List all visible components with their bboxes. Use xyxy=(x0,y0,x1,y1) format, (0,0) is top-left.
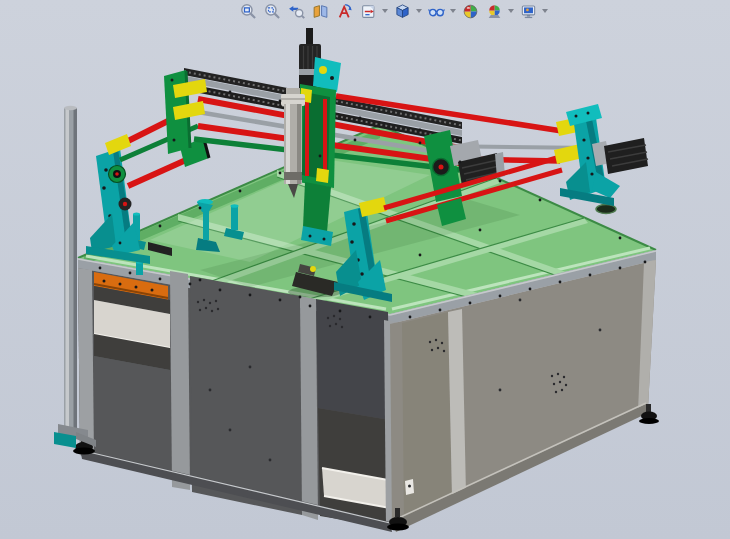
hide-show-items-dropdown-arrow[interactable] xyxy=(448,2,458,20)
chevron-down-icon xyxy=(382,9,388,13)
chevron-down-icon xyxy=(542,9,548,13)
chevron-down-icon xyxy=(450,9,456,13)
hide-show-items-icon xyxy=(428,3,445,20)
view-orientation-icon xyxy=(360,3,377,20)
table-hole xyxy=(596,205,616,214)
section-view-icon xyxy=(312,3,329,20)
drawer-knob xyxy=(136,262,143,275)
cad-viewport[interactable] xyxy=(0,0,730,539)
heads-up-view-toolbar xyxy=(236,1,550,21)
open-shelf-compartment xyxy=(94,286,170,370)
section-view-button[interactable] xyxy=(310,1,330,21)
view-settings-icon xyxy=(520,3,537,20)
view-orientation-dropdown-arrow[interactable] xyxy=(380,2,390,20)
zoom-to-area-icon xyxy=(264,3,281,20)
zoom-to-fit-button[interactable] xyxy=(238,1,258,21)
hide-show-items-button[interactable] xyxy=(426,1,446,21)
previous-view-icon xyxy=(288,3,305,20)
apply-scene-icon xyxy=(486,3,503,20)
spindle xyxy=(281,88,305,198)
z-top-bracket xyxy=(313,57,341,92)
display-style-button[interactable] xyxy=(392,1,412,21)
chevron-down-icon xyxy=(508,9,514,13)
previous-view-button[interactable] xyxy=(286,1,306,21)
view-orientation-button[interactable] xyxy=(358,1,378,21)
model-canvas[interactable] xyxy=(0,0,730,539)
display-style-dropdown-arrow[interactable] xyxy=(414,2,424,20)
display-style-icon xyxy=(394,3,411,20)
apply-scene-dropdown-arrow[interactable] xyxy=(506,2,516,20)
edit-appearance-button[interactable] xyxy=(460,1,480,21)
zoom-to-area-button[interactable] xyxy=(262,1,282,21)
dynamic-annotation-views-icon xyxy=(336,3,353,20)
y-axis-motor xyxy=(604,138,648,174)
chevron-down-icon xyxy=(416,9,422,13)
view-settings-button[interactable] xyxy=(518,1,538,21)
edit-appearance-icon xyxy=(462,3,479,20)
dynamic-annotation-views-button[interactable] xyxy=(334,1,354,21)
view-settings-dropdown-arrow[interactable] xyxy=(540,2,550,20)
right-rail-stand xyxy=(554,104,648,206)
apply-scene-button[interactable] xyxy=(484,1,504,21)
zoom-to-fit-icon xyxy=(240,3,257,20)
